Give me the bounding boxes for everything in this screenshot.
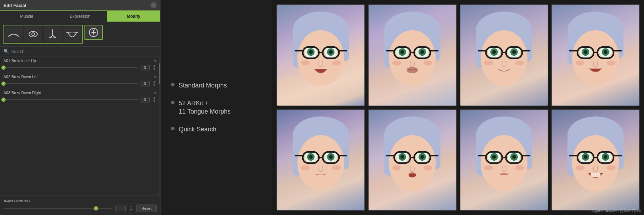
feature-standard: Standard Morphs — [171, 82, 262, 90]
svg-point-125 — [484, 165, 493, 170]
face-cell-5 — [276, 109, 365, 211]
face-image-5 — [277, 110, 364, 210]
face-cell-6 — [368, 109, 457, 211]
stepper-up-a01[interactable]: ▲ — [152, 64, 157, 68]
svg-point-133 — [584, 155, 587, 159]
search-icon: 🔍 — [3, 49, 9, 54]
svg-point-47 — [492, 50, 496, 54]
morph-item-a01: A01 Brow Inner Up ✎ 0 ▲ ▼ — [3, 59, 157, 71]
expressiveness-value[interactable]: 100 — [115, 206, 126, 211]
svg-point-130 — [572, 135, 619, 191]
expressiveness-label: Expressiveness — [3, 198, 157, 202]
stepper-expr: ▲ ▼ — [128, 205, 133, 212]
morph-item-a03: A03 Brow Down Right ✎ 0 ▲ ▼ — [3, 91, 157, 103]
morph-label-a01: A01 Brow Inner Up — [3, 59, 36, 63]
slider-track-a03[interactable] — [3, 99, 138, 100]
slider-row-a01: 0 ▲ ▼ — [3, 64, 157, 71]
expressiveness-thumb[interactable] — [94, 206, 98, 210]
svg-point-144 — [607, 165, 615, 170]
morph-edit-icon-a02[interactable]: ✎ — [154, 75, 157, 79]
svg-point-0 — [29, 31, 37, 37]
morph-item-a02: A02 Brow Down Left ✎ 0 ▲ ▼ — [3, 75, 157, 87]
svg-point-1 — [32, 33, 35, 36]
icon-row — [0, 22, 160, 47]
face-image-4 — [552, 5, 639, 106]
svg-point-50 — [512, 50, 516, 54]
svg-point-38 — [407, 67, 418, 73]
svg-point-91 — [332, 165, 341, 170]
mouth-icon-btn[interactable] — [63, 26, 81, 42]
credit-text: Original Character @José Tijerin — [591, 209, 641, 213]
svg-point-95 — [389, 135, 436, 191]
tab-modify[interactable]: Modify — [107, 11, 160, 22]
modify-icon-btn[interactable] — [84, 25, 103, 40]
bullet-arkit — [171, 101, 175, 104]
svg-point-29 — [400, 50, 404, 54]
svg-point-56 — [484, 60, 493, 65]
slider-value-a01[interactable]: 0 — [140, 65, 150, 70]
slider-value-a02[interactable]: 0 — [140, 81, 150, 86]
tab-expression[interactable]: Expression — [53, 11, 107, 22]
morph-edit-icon-a03[interactable]: ✎ — [154, 91, 157, 95]
panel-header: Edit Facial × — [0, 0, 160, 11]
feature-arkit: 52 ARKit + 11 Tongue Morphs — [171, 99, 262, 116]
face-image-1 — [277, 5, 364, 106]
stepper-down-a02[interactable]: ▼ — [152, 84, 157, 87]
stepper-up-a02[interactable]: ▲ — [152, 80, 157, 84]
face-cell-8 — [551, 109, 640, 211]
face-cell-7 — [460, 109, 548, 211]
feature-text-standard: Standard Morphs — [179, 82, 227, 90]
feature-text-search: Quick Search — [179, 125, 216, 133]
svg-point-73 — [576, 60, 584, 65]
stepper-down-a01[interactable]: ▼ — [152, 68, 157, 71]
svg-point-9 — [297, 30, 344, 86]
morph-label-a03: A03 Brow Down Right — [3, 91, 41, 95]
tab-muscle[interactable]: Muscle — [0, 11, 53, 22]
face-cell-2 — [368, 4, 457, 106]
svg-point-90 — [301, 165, 310, 170]
slider-value-a03[interactable]: 0 — [140, 97, 150, 102]
expressiveness-section: Expressiveness 100 ▲ ▼ Reset — [0, 195, 160, 215]
nose-icon-btn[interactable] — [44, 26, 62, 42]
stepper-down-expr[interactable]: ▼ — [128, 208, 133, 212]
face-cell-4 — [551, 4, 640, 106]
stepper-a02: ▲ ▼ — [152, 80, 157, 87]
slider-track-a01[interactable] — [3, 67, 138, 68]
stepper-down-a03[interactable]: ▼ — [152, 100, 157, 103]
stepper-a03: ▲ ▼ — [152, 96, 157, 103]
close-button[interactable]: × — [150, 2, 157, 8]
scroll-indicator[interactable] — [159, 56, 160, 195]
svg-point-136 — [604, 155, 607, 159]
brow-icon-btn[interactable] — [5, 26, 23, 42]
face-image-7 — [460, 110, 548, 210]
svg-point-143 — [576, 165, 584, 170]
search-input[interactable] — [11, 49, 157, 54]
expressiveness-row: 100 ▲ ▼ Reset — [3, 205, 157, 212]
stepper-up-expr[interactable]: ▲ — [128, 205, 133, 208]
svg-point-39 — [392, 60, 401, 65]
left-panel: Edit Facial × Muscle Expression Modify � — [0, 0, 161, 215]
svg-point-98 — [400, 155, 404, 159]
morph-list: A01 Brow Inner Up ✎ 0 ▲ ▼ — [0, 56, 160, 109]
svg-point-108 — [392, 165, 401, 170]
slider-row-a03: 0 ▲ ▼ — [3, 96, 157, 103]
svg-point-32 — [421, 50, 424, 54]
svg-point-116 — [492, 155, 496, 159]
svg-point-40 — [424, 60, 432, 65]
expressiveness-track[interactable] — [3, 208, 112, 209]
morph-list-wrapper: A01 Brow Inner Up ✎ 0 ▲ ▼ — [0, 56, 160, 195]
svg-point-126 — [515, 165, 524, 170]
stepper-up-a03[interactable]: ▲ — [152, 96, 157, 100]
svg-point-67 — [604, 50, 607, 54]
scroll-thumb[interactable] — [159, 63, 160, 84]
face-image-8 — [552, 110, 639, 210]
bullet-search — [171, 127, 175, 130]
svg-point-74 — [607, 60, 615, 65]
svg-point-119 — [512, 155, 516, 159]
eye-icon-btn[interactable] — [24, 26, 42, 42]
morph-edit-icon-a01[interactable]: ✎ — [154, 59, 157, 63]
slider-track-a02[interactable] — [3, 83, 138, 84]
reset-button[interactable]: Reset — [136, 205, 157, 212]
search-row: 🔍 — [0, 47, 160, 56]
features-section: Standard Morphs 52 ARKit + 11 Tongue Mor… — [161, 0, 272, 215]
